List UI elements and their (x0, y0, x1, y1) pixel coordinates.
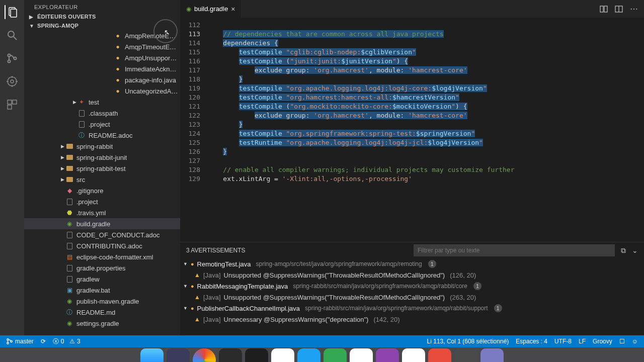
warning-icon: ▲ (194, 316, 200, 323)
chevron-right-icon: ▶ (59, 166, 65, 171)
svg-point-2 (8, 31, 14, 37)
tree-file[interactable]: gradle.properties (24, 262, 180, 274)
cursor-position[interactable]: Li 113, Col 1 (608 sélectionné) (425, 338, 511, 345)
scm-icon[interactable] (5, 51, 19, 65)
chevron-right-icon: ▶ (71, 100, 77, 105)
open-editors-section[interactable]: ▶ÉDITEURS OUVERTS (24, 12, 180, 21)
tree-file[interactable]: .project (24, 119, 180, 130)
tree-folder-test[interactable]: ▶✦test (24, 97, 180, 108)
problem-file[interactable]: ▼ ● PublisherCallbackChannelImpl.java sp… (183, 303, 641, 314)
tree-file[interactable]: ●package-info.java (24, 74, 180, 85)
explorer-icon[interactable] (5, 5, 19, 19)
problems-status[interactable]: ⓧ 0 ⚠ 3 (51, 337, 83, 346)
svg-point-7 (8, 77, 17, 86)
tree-file[interactable]: .project (24, 196, 180, 207)
svg-point-21 (7, 342, 9, 344)
tree-folder[interactable]: ▶spring-rabbit-test (24, 163, 180, 174)
tree-file[interactable]: ◆.gitignore (24, 185, 180, 196)
extensions-icon[interactable] (5, 98, 19, 112)
chevron-right-icon: ▶ (29, 14, 35, 20)
tree-file[interactable]: ▣gradlew.bat (24, 285, 180, 296)
tree-folder[interactable]: ▶spring-rabbit (24, 141, 180, 152)
language-status[interactable]: Groovy (591, 338, 614, 345)
svg-rect-15 (13, 100, 17, 104)
svg-rect-14 (8, 105, 12, 109)
chevron-down-icon: ▼ (183, 261, 188, 266)
tree-file[interactable]: CONTRIBUTING.adoc (24, 240, 180, 251)
macos-dock[interactable] (0, 347, 644, 362)
warning-icon: ▲ (194, 294, 200, 301)
file-tree[interactable]: ●AmqpRemoteException.ja… ●AmqpTimeoutExc… (24, 30, 180, 335)
activity-bar (0, 0, 24, 335)
svg-point-8 (11, 80, 14, 83)
project-section[interactable]: ▼SPRING-AMQP (24, 21, 180, 30)
tree-file[interactable]: ⬣.travis.yml (24, 207, 180, 218)
java-icon: ● (191, 283, 194, 289)
chevron-down-icon: ▼ (29, 23, 35, 29)
tree-file[interactable]: ▤eclipse-code-formatter.xml (24, 251, 180, 262)
line-gutter: 1121131141151161171181191201211221231241… (180, 18, 207, 242)
tab-build-gradle[interactable]: ◉ build.gradle × (180, 0, 242, 18)
tree-file[interactable]: ●AmqpTimeoutException.j… (24, 41, 180, 52)
chevron-down-icon: ▼ (183, 306, 188, 311)
problem-item[interactable]: ▲ [Java] Unsupported @SuppressWarnings("… (183, 292, 641, 303)
problem-item[interactable]: ▲ [Java] Unsupported @SuppressWarnings("… (183, 269, 641, 281)
chevron-right-icon: ▶ (59, 144, 65, 149)
problems-list[interactable]: ▼ ● RemotingTest.java spring-amqp/src/te… (180, 258, 644, 335)
problem-item[interactable]: ▲ [Java] Unnecessary @SuppressWarnings("… (183, 314, 641, 325)
count-badge: 1 (473, 282, 481, 290)
svg-line-3 (14, 37, 17, 40)
tree-file[interactable]: ◉settings.gradle (24, 318, 180, 329)
tree-folder[interactable]: ▶src (24, 174, 180, 185)
chevron-right-icon: ▶ (59, 177, 65, 182)
explorer-sidebar: EXPLORATEUR ▶ÉDITEURS OUVERTS ▼SPRING-AM… (24, 0, 180, 335)
tree-file[interactable]: ⓘREADME.md (24, 307, 180, 318)
tree-file[interactable]: CODE_OF_CONDUCT.adoc (24, 229, 180, 240)
tree-file[interactable]: gradlew (24, 274, 180, 285)
sync-icon[interactable]: ⟳ (39, 338, 48, 345)
indent-status[interactable]: Espaces : 4 (514, 338, 549, 345)
code-content[interactable]: // dependencies that are common across a… (207, 18, 644, 242)
problem-file[interactable]: ▼ ● RemotingTest.java spring-amqp/src/te… (183, 258, 641, 269)
java-icon: ● (191, 305, 194, 311)
close-icon[interactable]: × (231, 5, 235, 13)
java-icon: ● (191, 261, 194, 267)
git-branch[interactable]: master (4, 338, 36, 345)
tree-folder[interactable]: ▶spring-rabbit-junit (24, 152, 180, 163)
tree-file[interactable]: .classpath (24, 108, 180, 119)
svg-rect-1 (11, 9, 17, 17)
smiley-icon[interactable]: ☺ (630, 338, 640, 345)
tree-file[interactable]: ⓘREADME.adoc (24, 130, 180, 141)
debug-icon[interactable] (5, 74, 19, 88)
chevron-down-icon[interactable]: ⌄ (632, 246, 638, 254)
more-icon[interactable]: ⋯ (630, 4, 638, 14)
tree-file-build-gradle[interactable]: ◉build.gradle (24, 218, 180, 229)
collapse-all-icon[interactable]: ⧉ (621, 246, 626, 255)
explorer-title: EXPLORATEUR (24, 0, 180, 12)
svg-point-20 (7, 339, 9, 341)
tree-file[interactable]: ◉publish-maven.gradle (24, 296, 180, 307)
svg-rect-13 (8, 100, 12, 104)
search-icon[interactable] (5, 28, 19, 42)
svg-rect-16 (600, 6, 603, 12)
chevron-right-icon: ▶ (59, 155, 65, 160)
eol-status[interactable]: LF (577, 338, 588, 345)
feedback-icon[interactable]: ☐ (617, 338, 627, 345)
code-editor[interactable]: 1121131141151161171181191201211221231241… (180, 18, 644, 242)
svg-point-5 (8, 60, 11, 63)
compare-icon[interactable] (600, 5, 608, 13)
tab-bar: ◉ build.gradle × ⋯ (180, 0, 644, 18)
tree-file[interactable]: ●UncategorizedAmqpExce… (24, 85, 180, 97)
problems-filter-input[interactable] (414, 244, 615, 256)
gradle-icon: ◉ (186, 6, 191, 13)
problems-header: 3 AVERTISSEMENTS ⧉ ⌄ (180, 242, 644, 258)
problems-panel: 3 AVERTISSEMENTS ⧉ ⌄ ▼ ● RemotingTest.ja… (180, 242, 644, 335)
svg-point-6 (14, 57, 17, 60)
tree-file[interactable]: ●AmqpRemoteException.ja… (24, 30, 180, 41)
encoding-status[interactable]: UTF-8 (552, 338, 574, 345)
split-icon[interactable] (615, 5, 623, 13)
tree-file[interactable]: ●ImmediateAcknowledgeA… (24, 63, 180, 74)
svg-rect-17 (604, 6, 607, 12)
problem-file[interactable]: ▼ ● RabbitMessagingTemplate.java spring-… (183, 281, 641, 292)
tree-file[interactable]: ●AmqpUnsupportedEncodi… (24, 52, 180, 63)
